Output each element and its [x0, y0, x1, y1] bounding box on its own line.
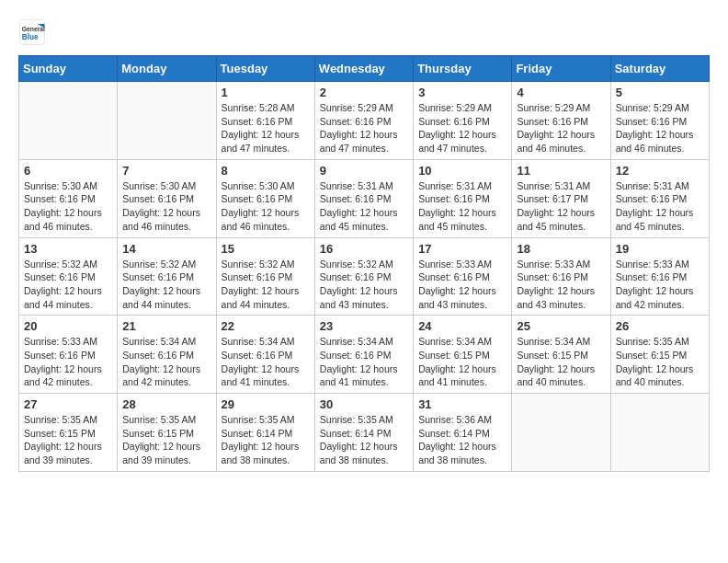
calendar-cell [118, 82, 216, 160]
day-header-monday: Monday [118, 56, 216, 82]
day-number: 29 [222, 397, 310, 411]
calendar-cell: 8Sunrise: 5:30 AMSunset: 6:16 PMDaylight… [216, 159, 314, 237]
day-number: 9 [320, 164, 408, 178]
calendar-cell: 4Sunrise: 5:29 AMSunset: 6:16 PMDaylight… [512, 82, 610, 160]
calendar-cell: 1Sunrise: 5:28 AMSunset: 6:16 PMDaylight… [216, 82, 314, 160]
calendar-cell: 9Sunrise: 5:31 AMSunset: 6:16 PMDaylight… [314, 159, 413, 237]
calendar-cell: 25Sunrise: 5:34 AMSunset: 6:15 PMDayligh… [512, 316, 610, 394]
calendar-week-4: 20Sunrise: 5:33 AMSunset: 6:16 PMDayligh… [19, 316, 710, 394]
day-info: Sunrise: 5:32 AMSunset: 6:16 PMDaylight:… [222, 258, 310, 312]
day-header-friday: Friday [512, 56, 610, 82]
day-header-tuesday: Tuesday [216, 56, 314, 82]
calendar-cell: 5Sunrise: 5:29 AMSunset: 6:16 PMDaylight… [610, 82, 709, 160]
day-number: 16 [320, 242, 408, 256]
calendar-cell: 26Sunrise: 5:35 AMSunset: 6:15 PMDayligh… [610, 316, 709, 394]
day-info: Sunrise: 5:29 AMSunset: 6:16 PMDaylight:… [517, 101, 605, 155]
day-number: 21 [122, 319, 210, 333]
calendar-cell: 13Sunrise: 5:32 AMSunset: 6:16 PMDayligh… [19, 237, 118, 316]
calendar-cell: 21Sunrise: 5:34 AMSunset: 6:16 PMDayligh… [118, 316, 216, 394]
calendar-cell: 11Sunrise: 5:31 AMSunset: 6:17 PMDayligh… [512, 159, 610, 237]
day-number: 17 [418, 242, 506, 256]
day-number: 10 [418, 164, 506, 178]
day-number: 5 [616, 86, 704, 99]
calendar-cell: 16Sunrise: 5:32 AMSunset: 6:16 PMDayligh… [314, 237, 413, 316]
day-info: Sunrise: 5:31 AMSunset: 6:16 PMDaylight:… [320, 179, 408, 234]
day-info: Sunrise: 5:31 AMSunset: 6:16 PMDaylight:… [418, 179, 506, 234]
calendar-week-2: 6Sunrise: 5:30 AMSunset: 6:16 PMDaylight… [19, 159, 710, 237]
day-number: 19 [616, 242, 704, 256]
day-number: 30 [320, 397, 408, 411]
day-number: 12 [616, 164, 704, 178]
day-info: Sunrise: 5:33 AMSunset: 6:16 PMDaylight:… [517, 258, 605, 312]
day-info: Sunrise: 5:35 AMSunset: 6:14 PMDaylight:… [320, 413, 408, 467]
day-number: 22 [222, 319, 310, 333]
day-number: 26 [616, 319, 704, 333]
day-number: 1 [222, 86, 310, 99]
day-number: 20 [24, 319, 112, 333]
day-info: Sunrise: 5:35 AMSunset: 6:15 PMDaylight:… [24, 413, 112, 467]
calendar-cell: 31Sunrise: 5:36 AMSunset: 6:14 PMDayligh… [414, 394, 512, 472]
calendar-cell: 24Sunrise: 5:34 AMSunset: 6:15 PMDayligh… [414, 316, 512, 394]
day-info: Sunrise: 5:30 AMSunset: 6:16 PMDaylight:… [122, 179, 210, 234]
day-info: Sunrise: 5:35 AMSunset: 6:14 PMDaylight:… [222, 413, 310, 467]
day-info: Sunrise: 5:34 AMSunset: 6:15 PMDaylight:… [517, 335, 605, 389]
day-info: Sunrise: 5:34 AMSunset: 6:16 PMDaylight:… [222, 335, 310, 389]
day-info: Sunrise: 5:29 AMSunset: 6:16 PMDaylight:… [418, 101, 506, 155]
day-number: 2 [320, 86, 408, 99]
calendar-cell: 17Sunrise: 5:33 AMSunset: 6:16 PMDayligh… [414, 237, 512, 316]
calendar-cell: 23Sunrise: 5:34 AMSunset: 6:16 PMDayligh… [314, 316, 413, 394]
day-number: 6 [24, 164, 112, 178]
day-info: Sunrise: 5:34 AMSunset: 6:16 PMDaylight:… [122, 335, 210, 389]
day-info: Sunrise: 5:31 AMSunset: 6:17 PMDaylight:… [517, 179, 605, 234]
calendar-cell: 27Sunrise: 5:35 AMSunset: 6:15 PMDayligh… [19, 394, 118, 472]
day-info: Sunrise: 5:36 AMSunset: 6:14 PMDaylight:… [418, 413, 506, 467]
days-header-row: SundayMondayTuesdayWednesdayThursdayFrid… [19, 56, 710, 82]
day-info: Sunrise: 5:31 AMSunset: 6:16 PMDaylight:… [616, 179, 704, 234]
day-header-thursday: Thursday [414, 56, 512, 82]
day-number: 24 [418, 319, 506, 333]
day-info: Sunrise: 5:33 AMSunset: 6:16 PMDaylight:… [24, 335, 112, 389]
day-number: 25 [517, 319, 605, 333]
calendar-cell: 22Sunrise: 5:34 AMSunset: 6:16 PMDayligh… [216, 316, 314, 394]
logo: General Blue [18, 18, 46, 46]
day-header-wednesday: Wednesday [314, 56, 413, 82]
calendar-cell [610, 394, 709, 472]
day-number: 15 [222, 242, 310, 256]
calendar-cell: 28Sunrise: 5:35 AMSunset: 6:15 PMDayligh… [118, 394, 216, 472]
day-number: 7 [122, 164, 210, 178]
day-info: Sunrise: 5:32 AMSunset: 6:16 PMDaylight:… [24, 258, 112, 312]
day-number: 4 [517, 86, 605, 99]
calendar-cell: 10Sunrise: 5:31 AMSunset: 6:16 PMDayligh… [414, 159, 512, 237]
day-header-sunday: Sunday [19, 56, 118, 82]
calendar-cell: 18Sunrise: 5:33 AMSunset: 6:16 PMDayligh… [512, 237, 610, 316]
day-number: 27 [24, 397, 112, 411]
day-info: Sunrise: 5:32 AMSunset: 6:16 PMDaylight:… [122, 258, 210, 312]
calendar-week-1: 1Sunrise: 5:28 AMSunset: 6:16 PMDaylight… [19, 82, 710, 160]
day-number: 28 [122, 397, 210, 411]
calendar-cell: 12Sunrise: 5:31 AMSunset: 6:16 PMDayligh… [610, 159, 709, 237]
calendar-week-3: 13Sunrise: 5:32 AMSunset: 6:16 PMDayligh… [19, 237, 710, 316]
day-info: Sunrise: 5:32 AMSunset: 6:16 PMDaylight:… [320, 258, 408, 312]
day-number: 13 [24, 242, 112, 256]
svg-text:Blue: Blue [22, 33, 39, 41]
day-info: Sunrise: 5:28 AMSunset: 6:16 PMDaylight:… [222, 101, 310, 155]
logo-icon: General Blue [18, 18, 46, 46]
calendar-cell: 7Sunrise: 5:30 AMSunset: 6:16 PMDaylight… [118, 159, 216, 237]
calendar-cell: 2Sunrise: 5:29 AMSunset: 6:16 PMDaylight… [314, 82, 413, 160]
day-info: Sunrise: 5:29 AMSunset: 6:16 PMDaylight:… [320, 101, 408, 155]
calendar-cell: 19Sunrise: 5:33 AMSunset: 6:16 PMDayligh… [610, 237, 709, 316]
day-number: 11 [517, 164, 605, 178]
day-number: 8 [222, 164, 310, 178]
page-header: General Blue [18, 18, 710, 46]
calendar-cell: 6Sunrise: 5:30 AMSunset: 6:16 PMDaylight… [19, 159, 118, 237]
calendar-cell: 20Sunrise: 5:33 AMSunset: 6:16 PMDayligh… [19, 316, 118, 394]
day-info: Sunrise: 5:33 AMSunset: 6:16 PMDaylight:… [616, 258, 704, 312]
calendar-week-5: 27Sunrise: 5:35 AMSunset: 6:15 PMDayligh… [19, 394, 710, 472]
day-info: Sunrise: 5:35 AMSunset: 6:15 PMDaylight:… [616, 335, 704, 389]
day-number: 3 [418, 86, 506, 99]
day-number: 23 [320, 319, 408, 333]
day-header-saturday: Saturday [610, 56, 709, 82]
day-info: Sunrise: 5:30 AMSunset: 6:16 PMDaylight:… [222, 179, 310, 234]
calendar-table: SundayMondayTuesdayWednesdayThursdayFrid… [18, 55, 710, 472]
day-number: 14 [122, 242, 210, 256]
